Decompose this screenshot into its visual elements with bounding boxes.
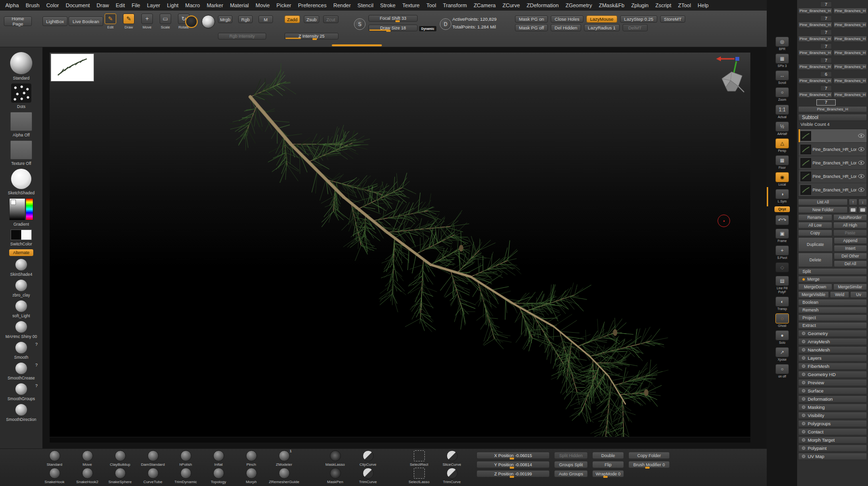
z-intensity-tick[interactable] [312,38,317,40]
menu-item[interactable]: ZCamera [470,0,499,11]
left-tray-item[interactable]: Standard [0,52,42,81]
uv-button[interactable]: Uv [850,291,867,298]
menu-item[interactable]: ZTool [675,0,694,11]
brush-tray-item[interactable]: Inflat [204,450,232,467]
subtool-row[interactable]: Pine_Branches_HR_Long_23 [799,183,867,197]
brush-tray-item[interactable]: MaskLasso [321,450,349,467]
tool-value[interactable]: 7 [820,85,832,91]
subtool-row[interactable] [799,129,867,143]
split-section-header[interactable]: Split [798,268,867,275]
tool-section-header[interactable]: Surface [798,387,867,394]
tool-name-chip[interactable]: Pine_Branches_H [833,8,868,14]
left-tray-item[interactable]: Texture Off [0,140,42,166]
brush-tray-item[interactable]: MaskPen [321,468,349,484]
left-tray-item[interactable]: Dots [0,83,42,109]
subtool-row[interactable]: Pine_Branches_HR_Long_20 [799,143,867,156]
menu-item[interactable]: Document [62,0,93,11]
tool-name-chip[interactable]: Pine_Branches_H [833,78,868,84]
left-tray-item[interactable]: Alternate [0,249,42,256]
subtool-row[interactable]: Pine_Branches_HR_Long_21 [799,156,867,170]
camera-mesh-gizmo[interactable] [716,66,747,96]
tool-section-header[interactable]: Geometry HD [798,371,867,378]
copy-button[interactable]: Copy [798,230,832,236]
selected-tool-name[interactable]: Pine_Branches_H [798,106,867,112]
tool-list-row[interactable]: 7 Pine_Branches_H Pine_Branches_H [798,57,867,70]
tool-section-header[interactable]: Deformation [798,395,867,403]
shelf-grid-button[interactable]: LazyRadius 1 [584,24,620,31]
tool-section-header[interactable]: FiberMesh [798,363,867,370]
right-shelf-button[interactable]: ▦ SPix 3 [775,54,789,68]
y-position-slider[interactable]: Y Position -0.00814 [476,461,550,468]
dynamic-indicator-icon[interactable]: D [440,18,451,30]
mergevisible-button[interactable]: MergeVisible [798,291,829,298]
brush-tray-item[interactable]: SnakeSphere [106,468,134,484]
shelf-grid-button[interactable]: Close Holes [551,15,583,23]
tool-name-chip[interactable]: Pine_Branches_H [833,36,868,42]
menu-item[interactable]: Tool [423,0,439,11]
menu-item[interactable]: Help [694,0,712,11]
tool-name-chip[interactable]: Pine_Branches_H [833,22,868,28]
tool-name-chip[interactable]: Pine_Branches_H [798,64,832,70]
extract-section-header[interactable]: Extract [798,322,867,329]
tool-section-header[interactable]: UV Map [798,453,867,460]
canvas-bottom-scrollbar[interactable] [50,437,750,443]
weld-button[interactable]: Weld [830,291,849,298]
left-tray-item[interactable]: SmoothGroups ? [0,383,42,401]
rgb-intensity-slider[interactable]: Rgb Intensity [218,33,266,40]
right-shelf-button[interactable]: ½ AAHalf [775,122,789,135]
color-mode-button[interactable]: Mrgb [218,15,232,23]
split-hidden-button[interactable]: Split Hidden [554,452,588,459]
menu-item[interactable]: ZMask&Fb [596,0,628,11]
tool-name-chip[interactable]: Pine_Branches_H [798,36,832,42]
right-shelf-button[interactable]: ↗ Xpose [775,347,789,361]
menu-item[interactable]: Render [330,0,354,11]
menu-item[interactable]: Stroke [377,0,399,11]
right-shelf-button[interactable]: ↶↷ [775,215,789,226]
shelf-grid-button[interactable]: Mask PG on [515,15,548,23]
right-shelf-button[interactable]: ◑ L.Sym [775,189,789,203]
menu-item[interactable]: Macro [182,0,203,11]
all-low-button[interactable]: All Low [798,222,832,229]
left-tray-item[interactable]: Alpha Off [0,112,42,137]
menu-item[interactable]: Brush [22,0,43,11]
right-shelf-button[interactable]: ▤ Line Fill PolyF [773,276,792,293]
sculpt-mode-button[interactable]: Zsub [304,15,319,23]
wrapmode-slider[interactable]: WrapMode 0 [592,470,624,477]
brush-tray-item[interactable]: Topology [204,468,232,484]
shelf-grid-button[interactable]: LazyStep 0.25 [620,15,657,23]
menu-item[interactable]: Preferences [295,0,330,11]
brush-tray-item[interactable]: Standard [41,450,68,467]
duplicate-button[interactable]: Duplicate [798,237,833,252]
tool-name-chip[interactable]: Pine_Branches_H [798,50,832,56]
x-position-slider[interactable]: X Position -0.06015 [476,452,550,459]
sculpt-mode-button[interactable]: Zcut [323,15,339,23]
boolean-section-header[interactable]: Boolean [798,299,867,306]
tool-list-row[interactable]: 7 Pine_Branches_H Pine_Branches_H [798,43,867,56]
mergedown-button[interactable]: MergeDown [798,284,832,290]
viewport-canvas[interactable] [50,53,750,443]
tool-name-chip[interactable]: Pine_Branches_H [833,92,868,98]
shelf-grid-button[interactable]: LazyMouse [586,15,618,23]
menu-item[interactable]: Marker [203,0,227,11]
brush-tray-item[interactable]: SelectRect [405,450,433,467]
menu-item[interactable]: ZCurve [499,0,523,11]
del-other-button[interactable]: Del Other [834,253,868,259]
menu-item[interactable]: Material [227,0,252,11]
menu-item[interactable]: ZDeformation [523,0,562,11]
brush-tray-item[interactable]: SnakeHook2 [73,468,101,484]
tool-name-chip[interactable]: Pine_Branches_H [798,22,832,28]
double-button[interactable]: Double [592,452,624,459]
draw-size-tick[interactable] [386,30,391,32]
remesh-section-header[interactable]: Remesh [798,307,867,313]
subtool-row[interactable]: Pine_Branches_HR_Long_22 [799,170,867,183]
menu-item[interactable]: Zplugin [628,0,652,11]
right-shelf-button[interactable]: ▣ Frame [775,229,789,243]
brush-tray-item[interactable]: DamStandard [139,450,167,467]
document-thumbnail[interactable] [51,54,94,81]
right-shelf-button[interactable]: ◇ [775,262,789,273]
menu-item[interactable]: Zscript [652,0,675,11]
shelf-scrollbar-handle[interactable] [332,44,382,46]
tool-section-header[interactable]: Polypaint [798,445,867,452]
brush-tray-item[interactable]: ZModeler 1 [270,450,298,467]
brush-tray-item[interactable]: Move [73,450,101,467]
